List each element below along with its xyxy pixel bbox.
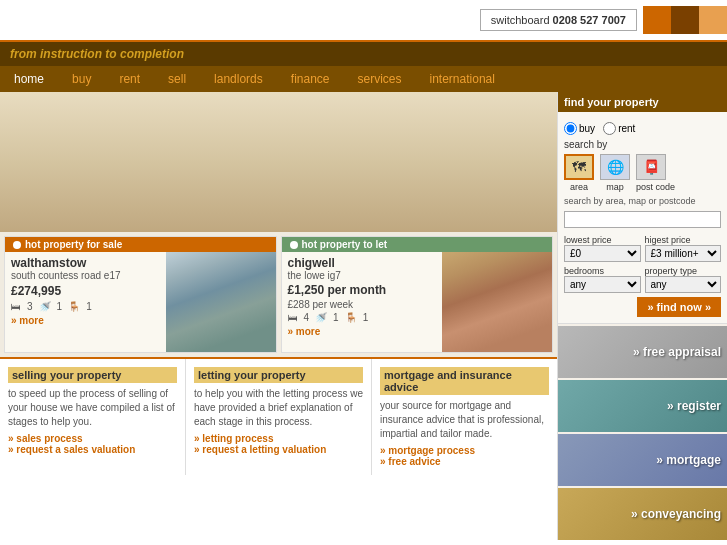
lowest-price-col: lowest price £0 (564, 235, 641, 262)
area-option[interactable]: 🗺 area (564, 154, 594, 192)
tagline-text: from instruction to completion (10, 47, 184, 61)
mortgage-title: mortgage and insurance advice (380, 367, 549, 395)
let-price-week: £288 per week (288, 299, 437, 310)
bed-icon: 🛏 (11, 301, 21, 312)
map-option[interactable]: 🌐 map (600, 154, 630, 192)
property-type-col: property type any (645, 266, 722, 293)
register-panel[interactable]: » register (558, 380, 727, 432)
mortgage-panel[interactable]: » mortgage (558, 434, 727, 486)
let-price: £1,250 per month (288, 283, 437, 297)
let-info: chigwell the lowe ig7 £1,250 per month £… (282, 252, 443, 352)
mortgage-text: your source for mortgage and insurance a… (380, 399, 549, 441)
area-icon: 🗺 (564, 154, 594, 180)
nav-buy[interactable]: buy (58, 66, 105, 92)
find-btn-row: » find now » (564, 297, 721, 317)
nav-rent[interactable]: rent (105, 66, 154, 92)
letting-link-1[interactable]: » letting process (194, 433, 363, 444)
letting-link-2[interactable]: » request a letting valuation (194, 444, 363, 455)
buy-rent-row: buy rent (564, 122, 721, 135)
let-street: the lowe ig7 (288, 270, 437, 281)
let-recep-icon: 🪑 (345, 312, 357, 323)
let-icons: 🛏 4 🚿 1 🪑 1 (288, 312, 437, 323)
search-options-row: 🗺 area 🌐 map 📮 post code (564, 154, 721, 192)
search-by-text: search by area, map or postcode (564, 196, 721, 206)
info-selling: selling your property to speed up the pr… (0, 359, 186, 475)
sale-baths: 1 (57, 301, 63, 312)
let-more-link[interactable]: » more (288, 326, 321, 337)
buy-radio-label[interactable]: buy (564, 122, 595, 135)
let-bed-icon: 🛏 (288, 312, 298, 323)
let-badge-dot (290, 241, 298, 249)
hot-let-panel: hot property to let chigwell the lowe ig… (281, 236, 554, 353)
appraisal-panel[interactable]: » free appraisal (558, 326, 727, 378)
postcode-option[interactable]: 📮 post code (636, 154, 675, 192)
sale-info: walthamstow south countess road e17 £274… (5, 252, 166, 352)
buy-radio[interactable] (564, 122, 577, 135)
bedrooms-col: bedrooms any (564, 266, 641, 293)
hot-sale-panel: hot property for sale walthamstow south … (4, 236, 277, 353)
sq-dark (671, 6, 699, 34)
hero-area (0, 92, 557, 232)
recep-icon: 🪑 (68, 301, 80, 312)
rent-radio[interactable] (603, 122, 616, 135)
nav-landlords[interactable]: landlords (200, 66, 277, 92)
let-thumb (442, 252, 552, 352)
sale-price: £274,995 (11, 284, 160, 298)
bedrooms-label: bedrooms (564, 266, 641, 276)
sale-badge: hot property for sale (5, 237, 276, 252)
let-content: chigwell the lowe ig7 £1,250 per month £… (282, 252, 553, 352)
search-by-label: search by (564, 139, 721, 150)
sale-icons: 🛏 3 🚿 1 🪑 1 (11, 301, 160, 312)
info-sections: selling your property to speed up the pr… (0, 357, 557, 475)
let-bath-icon: 🚿 (315, 312, 327, 323)
rent-radio-label[interactable]: rent (603, 122, 635, 135)
selling-link-1[interactable]: » sales process (8, 433, 177, 444)
highest-price-select[interactable]: £3 million+ (645, 245, 722, 262)
bedroom-row: bedrooms any property type any (564, 266, 721, 293)
sale-thumb (166, 252, 276, 352)
letting-text: to help you with the letting process we … (194, 387, 363, 429)
conveyancing-panel[interactable]: » conveyancing (558, 488, 727, 540)
sale-recep: 1 (86, 301, 92, 312)
nav-sell[interactable]: sell (154, 66, 200, 92)
sale-area: walthamstow (11, 256, 160, 270)
highest-price-label: higest price (645, 235, 722, 245)
sq-orange (643, 6, 671, 34)
find-now-button[interactable]: » find now » (637, 297, 721, 317)
price-row: lowest price £0 higest price £3 million+ (564, 235, 721, 262)
let-baths: 1 (333, 312, 339, 323)
tagline-bar: from instruction to completion (0, 42, 727, 66)
nav-home[interactable]: home (0, 66, 58, 92)
conveyancing-label: » conveyancing (631, 507, 721, 521)
sale-badge-dot (13, 241, 21, 249)
letting-title: letting your property (194, 367, 363, 383)
sq-light (699, 6, 727, 34)
let-badge: hot property to let (282, 237, 553, 252)
appraisal-label: » free appraisal (633, 345, 721, 359)
selling-title: selling your property (8, 367, 177, 383)
map-icon: 🌐 (600, 154, 630, 180)
bedrooms-select[interactable]: any (564, 276, 641, 293)
nav-international[interactable]: international (416, 66, 509, 92)
info-mortgage: mortgage and insurance advice your sourc… (372, 359, 557, 475)
mortgage-panel-label: » mortgage (656, 453, 721, 467)
sale-content: walthamstow south countess road e17 £274… (5, 252, 276, 352)
switchboard-box: switchboard 0208 527 7007 (480, 9, 637, 31)
info-letting: letting your property to help you with t… (186, 359, 372, 475)
lowest-price-select[interactable]: £0 (564, 245, 641, 262)
nav-services[interactable]: services (344, 66, 416, 92)
nav-bar: home buy rent sell landlords finance ser… (0, 66, 727, 92)
register-label: » register (667, 399, 721, 413)
property-type-select[interactable]: any (645, 276, 722, 293)
let-area: chigwell (288, 256, 437, 270)
sale-more-link[interactable]: » more (11, 315, 44, 326)
sale-street: south countess road e17 (11, 270, 160, 281)
mortgage-link-1[interactable]: » mortgage process (380, 445, 549, 456)
mortgage-link-2[interactable]: » free advice (380, 456, 549, 467)
property-type-label: property type (645, 266, 722, 276)
search-input[interactable] (564, 211, 721, 228)
find-property-header: find your property (558, 92, 727, 112)
selling-link-2[interactable]: » request a sales valuation (8, 444, 177, 455)
hot-properties-row: hot property for sale walthamstow south … (0, 232, 557, 357)
nav-finance[interactable]: finance (277, 66, 344, 92)
